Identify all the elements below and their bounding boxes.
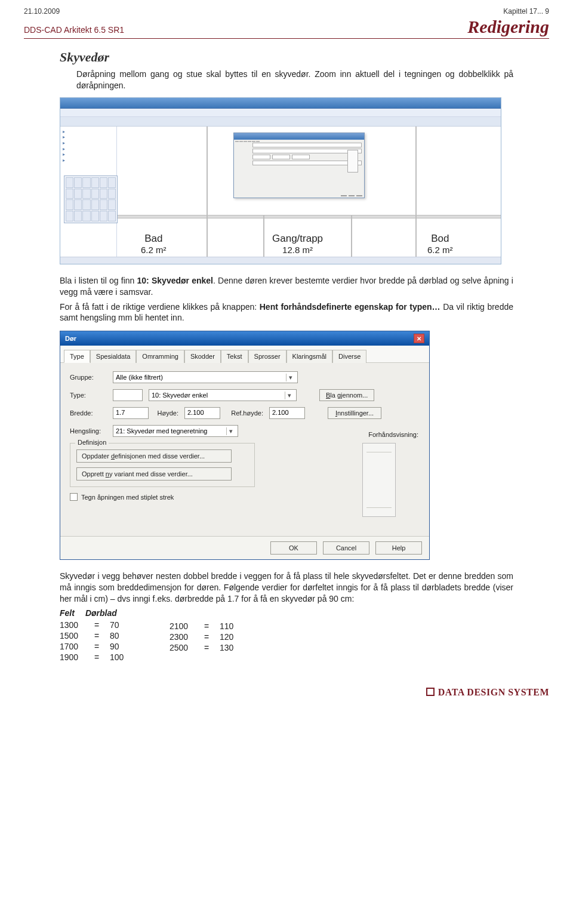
label-hoyde: Høyde: — [155, 409, 178, 417]
door-preview — [362, 443, 396, 517]
fd-header-dorblad: Dørblad — [85, 608, 117, 618]
tab-tekst[interactable]: Tekst — [221, 350, 248, 363]
felt-dorblad-table: Felt Dørblad 1300=70 1500=80 1700=90 190… — [60, 608, 513, 663]
section-title: Skyvedør — [60, 50, 513, 65]
select-type[interactable]: 10: Skyvedør enkel▾ — [149, 389, 297, 401]
fd-cell: 2100 — [170, 621, 204, 631]
cancel-button[interactable]: Cancel — [323, 541, 369, 555]
fd-cell: 1300 — [60, 620, 94, 630]
fd-cell: 1700 — [60, 642, 94, 651]
dialog-title: Dør — [65, 335, 76, 342]
select-gruppe[interactable]: Alle (ikke filtrert)▾ — [113, 371, 298, 383]
fd-cell: 100 — [110, 652, 134, 662]
fd-header-felt: Felt — [60, 608, 75, 618]
tab-diverse[interactable]: Diverse — [332, 350, 366, 363]
footer-logo: DATA DESIGN SYSTEM — [24, 687, 549, 698]
cad-toolbar — [60, 117, 501, 127]
chapter-title: Redigering — [467, 17, 549, 37]
room-bod-area: 6.2 m² — [427, 245, 453, 255]
room-bod-name: Bod — [427, 233, 453, 245]
cad-titlebar — [60, 98, 501, 109]
close-icon[interactable]: ✕ — [414, 334, 424, 343]
input-bredde[interactable]: 1.7 — [113, 407, 149, 419]
paragraph-1: Døråpning mellom gang og stue skal bytte… — [60, 69, 513, 91]
fd-cell: 80 — [110, 631, 134, 640]
cad-statusbar — [60, 257, 501, 264]
label-refhoyde: Ref.høyde: — [226, 409, 263, 417]
tab-sprosser[interactable]: Sprosser — [248, 350, 286, 363]
paragraph-4: Skyvedør i vegg behøver nesten dobbel br… — [60, 571, 513, 605]
cad-screenshot: Bad 6.2 m² Gang/trapp 12.8 m² Bod 6.2 m² — [60, 97, 501, 264]
new-variant-button[interactable]: Opprett ny variant med disse verdier... — [76, 467, 232, 481]
cad-canvas: Bad 6.2 m² Gang/trapp 12.8 m² Bod 6.2 m² — [117, 127, 501, 257]
fd-cell: 130 — [220, 643, 244, 652]
cad-tool-palette — [64, 175, 118, 223]
checkbox-stiplet[interactable] — [70, 493, 78, 501]
tab-skodder[interactable]: Skodder — [184, 350, 221, 363]
input-refhoyde[interactable]: 2.100 — [269, 407, 305, 419]
help-button[interactable]: Help — [375, 541, 422, 555]
label-stiplet: Tegn åpningen med stiplet strek — [81, 494, 174, 501]
fd-cell: 70 — [110, 620, 134, 630]
logo-icon — [426, 688, 435, 696]
fd-cell: 1500 — [60, 631, 94, 640]
update-definition-button[interactable]: Oppdater definisjonen med disse verdier.… — [76, 449, 232, 463]
label-gruppe: Gruppe: — [70, 374, 107, 381]
label-type: Type: — [70, 392, 107, 399]
door-dialog: Dør ✕ Type Spesialdata Omramming Skodder… — [60, 331, 430, 560]
legend-definisjon: Definisjon — [75, 439, 109, 446]
settings-button[interactable]: Innstillinger... — [328, 407, 381, 419]
tab-omramming[interactable]: Omramming — [136, 350, 184, 363]
cad-mini-dialog — [233, 133, 365, 198]
browse-button[interactable]: Bla gjennom... — [319, 389, 374, 401]
dialog-tabs: Type Spesialdata Omramming Skodder Tekst… — [60, 346, 429, 363]
fd-cell: 120 — [220, 632, 244, 642]
fd-cell: 110 — [220, 621, 244, 631]
header-date: 21.10.2009 — [24, 7, 60, 16]
fd-cell: 2300 — [170, 632, 204, 642]
label-preview: Forhåndsvisning: — [368, 431, 418, 438]
room-gang-name: Gang/trapp — [272, 233, 323, 245]
fd-cell: 90 — [110, 642, 134, 651]
room-bad-name: Bad — [141, 233, 167, 245]
fieldset-definisjon: Definisjon Oppdater definisjonen med dis… — [70, 443, 255, 487]
room-bad-area: 6.2 m² — [141, 245, 167, 255]
label-bredde: Bredde: — [70, 409, 107, 417]
room-gang-area: 12.8 m² — [272, 245, 323, 255]
label-hengsling: Hengsling: — [70, 427, 107, 435]
header-chapter-ref: Kapittel 17... 9 — [503, 7, 549, 16]
paragraph-3: For å få fatt i de riktige verdiene klik… — [60, 301, 513, 324]
input-type-code[interactable] — [113, 389, 143, 401]
header-product: DDS-CAD Arkitekt 6.5 SR1 — [24, 25, 124, 35]
input-hoyde[interactable]: 2.100 — [184, 407, 220, 419]
cad-menubar — [60, 109, 501, 117]
fd-cell: 1900 — [60, 652, 94, 662]
paragraph-2: Bla i listen til og finn 10: Skyvedør en… — [60, 275, 513, 298]
ok-button[interactable]: OK — [270, 541, 317, 555]
tab-spesialdata[interactable]: Spesialdata — [90, 350, 137, 363]
select-hengsling[interactable]: 21: Skyvedør med tegneretning▾ — [113, 425, 238, 437]
tab-klaringsmal[interactable]: Klaringsmål — [286, 350, 332, 363]
tab-type[interactable]: Type — [64, 350, 90, 363]
fd-cell: 2500 — [170, 643, 204, 652]
